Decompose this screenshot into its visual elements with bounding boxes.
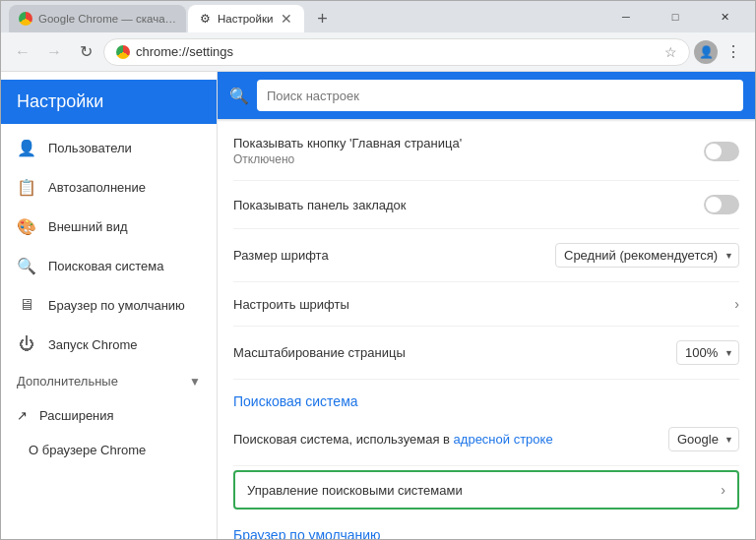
minimize-button[interactable]: ─ <box>603 1 649 32</box>
advanced-label: Дополнительные <box>17 374 118 389</box>
main-area: Настройки 👤 Пользователи 📋 Автозаполнени… <box>1 72 755 539</box>
address-bar-link[interactable]: адресной строке <box>454 432 553 447</box>
sidebar-startup-label: Запуск Chrome <box>48 337 138 352</box>
sidebar-extensions-label: Расширения <box>39 408 114 423</box>
sidebar-title: Настройки <box>1 80 217 124</box>
appearance-icon: 🎨 <box>17 216 36 236</box>
search-input[interactable] <box>257 80 743 111</box>
search-icon: 🔍 <box>229 87 249 105</box>
titlebar: Google Chrome — скачать бес... ⚙ Настрой… <box>1 1 755 32</box>
maximize-button[interactable]: □ <box>653 1 698 32</box>
address-favicon <box>116 45 130 59</box>
home-button-sublabel: Отключено <box>233 152 704 166</box>
search-engine-dropdown-wrapper: Google <box>668 427 739 451</box>
sidebar-item-search[interactable]: 🔍 Поисковая система <box>1 246 217 285</box>
users-icon: 👤 <box>17 138 36 157</box>
sidebar-item-appearance[interactable]: 🎨 Внешний вид <box>1 207 217 246</box>
sidebar-item-users[interactable]: 👤 Пользователи <box>1 128 217 167</box>
sidebar-autofill-label: Автозаполнение <box>48 180 146 195</box>
default-browser-icon: 🖥 <box>17 295 36 315</box>
manage-search-row[interactable]: Управление поисковыми системами › <box>233 470 739 510</box>
address-text: chrome://settings <box>136 44 233 59</box>
search-engine-section-title: Поисковая система <box>233 380 739 413</box>
browser-window: Google Chrome — скачать бес... ⚙ Настрой… <box>0 0 756 540</box>
nav-right-controls: 👤 ⋮ <box>694 38 747 66</box>
manage-search-label: Управление поисковыми системами <box>247 483 713 498</box>
window-controls: ─ □ ✕ <box>596 1 755 32</box>
page-zoom-select[interactable]: 100% <box>676 340 739 365</box>
extensions-icon: ↗ <box>17 408 28 423</box>
tab-settings-label: Настройки <box>218 13 273 25</box>
page-zoom-dropdown-wrapper: 100% <box>676 340 739 365</box>
show-home-label: Показывать кнопку 'Главная страница' Отк… <box>233 136 704 166</box>
bookmark-icon[interactable]: ☆ <box>664 44 677 60</box>
search-sidebar-icon: 🔍 <box>17 256 36 275</box>
page-zoom-row: Масштабирование страницы 100% <box>233 327 739 380</box>
profile-icon[interactable]: 👤 <box>694 40 718 64</box>
close-button[interactable]: ✕ <box>702 1 747 32</box>
navbar: ← → ↻ chrome://settings ☆ 👤 ⋮ <box>1 32 755 72</box>
sidebar-item-about[interactable]: О браузере Chrome <box>1 433 217 467</box>
tab-settings[interactable]: ⚙ Настройки ✕ <box>188 5 304 32</box>
configure-fonts-row[interactable]: Настроить шрифты › <box>233 282 739 327</box>
tab-close-button[interactable]: ✕ <box>279 9 294 29</box>
bookmarks-label: Показывать панель закладок <box>233 198 704 212</box>
sidebar-users-label: Пользователи <box>48 141 132 155</box>
autofill-icon: 📋 <box>17 177 36 197</box>
manage-search-chevron-icon: › <box>721 482 725 498</box>
address-right-icons: ☆ <box>664 44 677 60</box>
default-browser-section-title: Браузер по умолчанию <box>233 513 739 539</box>
forward-button[interactable]: → <box>40 38 68 66</box>
settings-rows: Показывать кнопку 'Главная страница' Отк… <box>218 122 755 539</box>
bookmarks-toggle[interactable] <box>704 195 739 214</box>
font-size-select[interactable]: Средний (рекомендуется) <box>555 243 739 268</box>
sidebar-search-label: Поисковая система <box>48 259 164 273</box>
sidebar-item-startup[interactable]: ⏻ Запуск Chrome <box>1 325 217 364</box>
configure-fonts-label: Настроить шрифты <box>233 297 726 312</box>
settings-content-panel: 🔍 Показывать кнопку 'Главная страница' О… <box>218 72 755 539</box>
tab-chrome-download[interactable]: Google Chrome — скачать бес... <box>9 5 186 32</box>
sidebar-section-advanced[interactable]: Дополнительные ▼ <box>1 364 217 398</box>
sidebar: Настройки 👤 Пользователи 📋 Автозаполнени… <box>1 72 218 539</box>
sidebar-about-label: О браузере Chrome <box>29 443 146 457</box>
back-button[interactable]: ← <box>9 38 36 66</box>
font-size-label: Размер шрифта <box>233 248 555 263</box>
tab-list: Google Chrome — скачать бес... ⚙ Настрой… <box>1 1 596 32</box>
settings-favicon: ⚙ <box>198 12 212 26</box>
address-bar[interactable]: chrome://settings ☆ <box>103 38 690 66</box>
chrome-favicon <box>19 12 32 26</box>
sidebar-default-label: Браузер по умолчанию <box>48 298 185 313</box>
tab-chrome-label: Google Chrome — скачать бес... <box>38 13 176 25</box>
search-engine-row: Поисковая система, используемая в адресн… <box>233 413 739 466</box>
chevron-right-icon: › <box>734 296 739 312</box>
font-size-dropdown-wrapper: Средний (рекомендуется) <box>555 243 739 268</box>
search-engine-select[interactable]: Google <box>668 427 739 451</box>
show-home-button-row: Показывать кнопку 'Главная страница' Отк… <box>233 122 739 181</box>
search-engine-label: Поисковая система, используемая в адресн… <box>233 432 668 447</box>
advanced-arrow-icon: ▼ <box>189 375 201 389</box>
sidebar-item-extensions[interactable]: ↗ Расширения <box>1 398 217 433</box>
home-button-toggle[interactable] <box>704 142 739 161</box>
sidebar-item-default-browser[interactable]: 🖥 Браузер по умолчанию <box>1 285 217 325</box>
menu-button[interactable]: ⋮ <box>720 38 747 66</box>
refresh-button[interactable]: ↻ <box>72 38 99 66</box>
startup-icon: ⏻ <box>17 334 36 354</box>
show-bookmarks-row: Показывать панель закладок <box>233 181 739 229</box>
sidebar-appearance-label: Внешний вид <box>48 219 128 234</box>
font-size-row: Размер шрифта Средний (рекомендуется) <box>233 229 739 282</box>
sidebar-item-autofill[interactable]: 📋 Автозаполнение <box>1 167 217 207</box>
page-zoom-label: Масштабирование страницы <box>233 345 676 360</box>
search-bar: 🔍 <box>218 72 755 119</box>
new-tab-button[interactable]: + <box>308 5 336 32</box>
